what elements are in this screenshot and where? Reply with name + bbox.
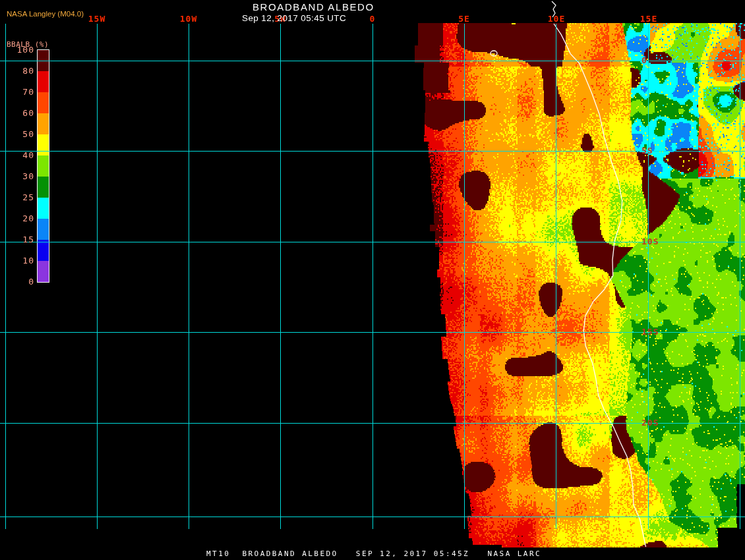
albedo-product-screen: BROADBAND ALBEDO Sep 12, 2017 05:45 UTC … [0, 0, 745, 560]
meridian-grid-line [280, 24, 281, 529]
parallel-grid-line [0, 517, 745, 517]
longitude-label-0: 0 [370, 14, 376, 24]
legend-segment-dodger-blue [38, 219, 49, 240]
meridian-grid-line [97, 24, 98, 529]
legend-segment-orange [38, 113, 49, 134]
meridian-grid-line [648, 24, 649, 529]
legend-segment-purple [38, 261, 49, 282]
legend-tick-25: 25 [5, 193, 34, 202]
latitude-label-5S: 5S [641, 146, 653, 155]
longitude-label-10E: 10E [548, 14, 565, 24]
latitude-label-0: 0 [641, 56, 647, 65]
legend-tick-0: 0 [5, 277, 34, 287]
meridian-grid-line [189, 24, 189, 529]
legend-tick-30: 30 [5, 172, 34, 181]
parallel-grid-line [0, 61, 745, 61]
longitude-label-15W: 15W [88, 14, 105, 24]
legend-segment-orange-red [38, 92, 49, 113]
parallel-grid-line [0, 151, 745, 152]
legend-tick-50: 50 [5, 130, 34, 139]
parallel-grid-line [0, 242, 745, 242]
footer-caption: MT10 BROADBAND ALBEDO SEP 12, 2017 05:45… [206, 549, 541, 558]
parallel-grid-line [0, 332, 745, 333]
observation-datetime: Sep 12, 2017 05:45 UTC [242, 13, 346, 23]
latitude-label-20S: 20S [641, 418, 659, 428]
legend-tick-60: 60 [5, 109, 34, 118]
legend-segment-green [38, 177, 49, 198]
legend-segment-cyan [38, 198, 49, 219]
latitude-label-15S: 15S [641, 327, 659, 337]
longitude-label-10W: 10W [180, 14, 197, 24]
legend-tick-80: 80 [5, 67, 34, 76]
meridian-grid-line [464, 24, 465, 529]
latitude-label-10S: 10S [641, 237, 659, 246]
longitude-label-15E: 15E [640, 14, 657, 24]
meridian-grid-line [372, 24, 373, 529]
legend-tick-15: 15 [5, 235, 34, 244]
longitude-label-5E: 5E [458, 14, 470, 24]
meridian-grid-line [556, 24, 556, 529]
legend-tick-100: 100 [5, 45, 34, 55]
meridian-grid-line [740, 24, 740, 529]
legend-segment-red [38, 71, 49, 92]
legend-segment-chartreuse [38, 155, 49, 177]
legend-tick-70: 70 [5, 88, 34, 97]
page-title: BROADBAND ALBEDO [253, 1, 374, 13]
legend-tick-40: 40 [5, 151, 34, 160]
legend-color-bar [37, 49, 49, 283]
legend-tick-20: 20 [5, 214, 34, 223]
legend-tick-10: 10 [5, 256, 34, 266]
nasa-langley-credit: NASA Langley (M04.0) [7, 10, 84, 18]
legend-segment-blue [38, 240, 49, 261]
parallel-grid-line [0, 423, 745, 424]
legend-segment-yellow [38, 134, 49, 155]
meridian-grid-line [5, 24, 6, 529]
